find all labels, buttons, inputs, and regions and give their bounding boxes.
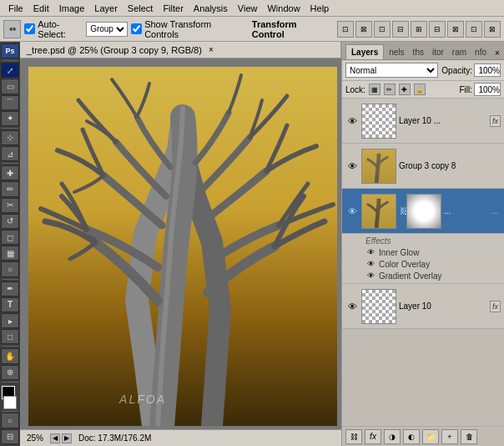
move-tool-btn[interactable]: ⤢ (1, 63, 19, 78)
canvas-area: _tree.psd @ 25% (Group 3 copy 9, RGB/8) … (20, 42, 341, 446)
menu-filter[interactable]: Filter (158, 2, 188, 15)
opacity-label: Opacity: (441, 66, 472, 75)
layer-info-layer10-bot: Layer 10 (399, 302, 487, 311)
fill-input[interactable] (474, 83, 501, 96)
tab-paths[interactable]: ths (410, 44, 427, 59)
pen-tool-btn[interactable]: ✒ (1, 281, 19, 296)
effect-item-inner-glow[interactable]: 👁 Inner Glow (365, 246, 497, 258)
auto-select-dropdown[interactable]: Group Layer (86, 22, 128, 37)
canvas-tab-label: _tree.psd @ 25% (Group 3 copy 9, RGB/8) (27, 45, 202, 55)
doc-info: Doc: 17.3M/176.2M (78, 433, 151, 443)
align-right-icon[interactable]: ⊡ (374, 21, 391, 38)
menu-view[interactable]: View (233, 2, 263, 15)
magic-wand-btn[interactable]: ✦ (1, 111, 19, 126)
tab-history[interactable]: itor (429, 44, 447, 59)
distribute-icon[interactable]: ⊠ (447, 21, 464, 38)
layer-visibility-group3copy8[interactable]: 👁 (345, 160, 359, 173)
tab-channels[interactable]: nels (386, 44, 407, 59)
shape-tool-btn[interactable]: □ (1, 329, 19, 344)
crop-tool-btn[interactable]: ⊹ (1, 130, 19, 145)
mask-options-group3copy9[interactable]: … (489, 205, 501, 216)
blend-mode-select[interactable]: Normal Multiply Screen Overlay (345, 63, 438, 78)
quick-mask-btn[interactable]: ○ (1, 413, 19, 428)
opacity-input[interactable] (474, 63, 501, 77)
menu-help[interactable]: Help (305, 2, 335, 15)
canvas-close-btn[interactable]: × (209, 45, 214, 54)
layer-thumb-group3copy9 (361, 194, 396, 229)
layer-visibility-group3copy9[interactable]: 👁 (345, 205, 359, 218)
lock-position-btn[interactable]: ✚ (399, 84, 411, 95)
tab-info[interactable]: nfo (471, 44, 490, 59)
menu-image[interactable]: Image (54, 2, 90, 15)
hand-tool-btn[interactable]: ✋ (1, 348, 19, 363)
layer-item-group3copy9[interactable]: 👁 ⛓ ... … (342, 189, 504, 234)
distribute2-icon[interactable]: ⊡ (466, 21, 482, 38)
move-tool-icon[interactable]: ⇔ (3, 20, 21, 38)
menu-select[interactable]: Select (123, 2, 159, 15)
background-color[interactable] (3, 396, 17, 409)
menu-window[interactable]: Window (262, 2, 305, 15)
menu-analysis[interactable]: Analysis (189, 2, 233, 15)
eraser-tool-btn[interactable]: ◻ (1, 230, 19, 245)
inner-glow-visibility[interactable]: 👁 (365, 247, 375, 257)
menu-edit[interactable]: Edit (28, 2, 54, 15)
layer-visibility-layer10-top[interactable]: 👁 (345, 114, 359, 128)
lock-label: Lock: (345, 85, 365, 94)
marquee-tool-btn[interactable]: ▭ (1, 79, 19, 94)
add-mask-btn[interactable]: ◑ (384, 429, 401, 444)
panel-close-btn[interactable]: × (491, 47, 503, 59)
menu-layer[interactable]: Layer (89, 2, 123, 15)
zoom-tool-btn[interactable]: ⊕ (1, 365, 19, 380)
canvas-container[interactable]: ALFOA (20, 58, 341, 429)
align-center-icon[interactable]: ⊠ (355, 21, 372, 38)
new-fill-btn[interactable]: ◐ (403, 429, 420, 444)
lasso-tool-btn[interactable]: ⌒ (1, 95, 19, 110)
layer-visibility-layer10-bot[interactable]: 👁 (345, 300, 359, 313)
color-overlay-visibility[interactable]: 👁 (365, 259, 375, 269)
lock-transparent-btn[interactable]: ▦ (369, 84, 381, 95)
layer-info-group3copy8: Group 3 copy 8 (399, 161, 501, 170)
fx-badge-layer10-top[interactable]: fx (490, 115, 501, 127)
layer-item-group3copy8[interactable]: 👁 Group 3 copy 8 (342, 144, 504, 189)
scroll-right-btn[interactable]: ▶ (62, 433, 72, 443)
delete-layer-btn[interactable]: 🗑 (461, 429, 477, 444)
gradient-tool-btn[interactable]: ▦ (1, 246, 19, 261)
heal-tool-btn[interactable]: ✚ (1, 165, 19, 180)
layer-item-layer10-bot[interactable]: 👁 Layer 10 fx (342, 284, 504, 329)
effect-item-color-overlay[interactable]: 👁 Color Overlay (365, 258, 497, 270)
type-tool-btn[interactable]: T (1, 297, 19, 312)
align-top-icon[interactable]: ⊟ (392, 21, 409, 38)
new-layer-btn[interactable]: + (441, 429, 458, 444)
lock-image-btn[interactable]: ✏ (384, 84, 396, 95)
slice-tool-btn[interactable]: ⊿ (1, 146, 19, 161)
gradient-overlay-visibility[interactable]: 👁 (365, 271, 375, 281)
canvas-status: 25% ◀ ▶ Doc: 17.3M/176.2M (20, 429, 341, 446)
add-style-btn[interactable]: fx (365, 429, 381, 444)
path-select-btn[interactable]: ▸ (1, 313, 19, 328)
layer-thumb-layer10-top (361, 104, 396, 139)
tab-layers[interactable]: Layers (345, 44, 384, 59)
align-left-icon[interactable]: ⊡ (337, 21, 354, 38)
lock-all-btn[interactable]: 🔒 (414, 84, 426, 95)
menu-file[interactable]: File (3, 2, 28, 15)
distribute3-icon[interactable]: ⊠ (484, 21, 501, 38)
history-btn[interactable]: ↺ (1, 214, 19, 229)
effect-item-gradient-overlay[interactable]: 👁 Gradient Overlay (365, 270, 497, 281)
brush-tool-btn[interactable]: ✏ (1, 181, 19, 196)
align-bottom-icon[interactable]: ⊟ (429, 21, 446, 38)
align-middle-icon[interactable]: ⊞ (411, 21, 427, 38)
tab-actions[interactable]: ram (449, 44, 470, 59)
auto-select-checkbox[interactable] (24, 23, 35, 34)
scroll-left-btn[interactable]: ◀ (50, 433, 60, 443)
link-layers-btn[interactable]: ⛓ (345, 429, 362, 444)
clone-tool-btn[interactable]: ✂ (1, 198, 19, 213)
workspace: Ps ⤢ ▭ ⌒ ✦ ⊹ ⊿ ✚ ✏ ✂ ↺ ◻ ▦ ○ ✒ T ▸ □ ✋ ⊕… (0, 42, 504, 446)
dodge-tool-btn[interactable]: ○ (1, 261, 19, 276)
fx-badge-layer10-bot[interactable]: fx (490, 301, 501, 312)
screen-mode-btn[interactable]: ⊟ (1, 429, 19, 444)
new-group-btn[interactable]: 📁 (422, 429, 439, 444)
zoom-level: 25% (27, 433, 43, 443)
show-transform-checkbox[interactable] (131, 23, 142, 34)
layer-name-layer10-bot: Layer 10 (399, 302, 487, 311)
layer-item-layer10-top[interactable]: 👁 Layer 10 ... fx (342, 99, 504, 144)
